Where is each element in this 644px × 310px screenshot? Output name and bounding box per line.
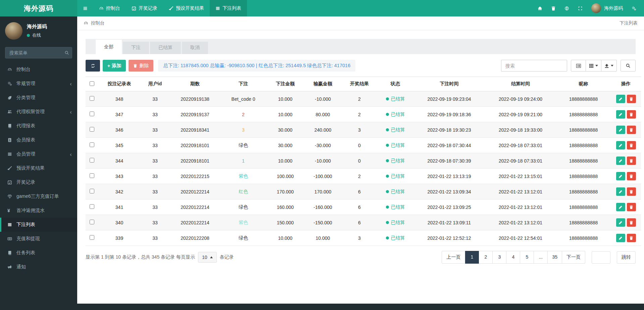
row-checkbox[interactable]: [90, 173, 94, 178]
page-button-2[interactable]: 2: [479, 251, 493, 264]
cell-status: 已结算: [377, 230, 413, 246]
cell-bet: 绿色: [220, 138, 266, 153]
delete-row-button[interactable]: [627, 141, 636, 149]
qq-button[interactable]: [560, 0, 574, 16]
row-checkbox[interactable]: [90, 158, 94, 163]
page-button-5[interactable]: 5: [520, 251, 534, 264]
row-checkbox[interactable]: [90, 220, 94, 224]
select-all-checkbox[interactable]: [90, 81, 94, 86]
edit-button[interactable]: [616, 126, 625, 134]
sidebar-item-1[interactable]: 常规管理‹: [0, 77, 77, 91]
nav-item-1[interactable]: 开奖记录: [126, 0, 163, 16]
toggle-view-button[interactable]: [571, 60, 586, 72]
delete-row-button[interactable]: [627, 203, 636, 211]
page-button-1[interactable]: 1: [465, 251, 479, 264]
cell-winlose: 170.000: [304, 184, 342, 200]
refresh-icon: [91, 63, 95, 68]
status-badge: 已结算: [391, 96, 405, 101]
page-button-3[interactable]: 3: [493, 251, 506, 264]
tab-2[interactable]: 已结算: [150, 42, 181, 54]
edit-button[interactable]: [616, 203, 625, 211]
row-checkbox[interactable]: [90, 96, 94, 101]
search-button[interactable]: [621, 60, 636, 72]
edit-button[interactable]: [616, 172, 625, 180]
sidebar-item-2[interactable]: 分类管理: [0, 91, 77, 105]
sidebar-item-8[interactable]: 开奖记录: [0, 175, 77, 189]
tab-0[interactable]: 全部: [96, 40, 122, 54]
sidebar-item-9[interactable]: game6三方充值订单: [0, 189, 77, 204]
sidebar-item-0[interactable]: 控制台: [0, 62, 77, 77]
edit-button[interactable]: [616, 110, 625, 119]
sidebar-item-14[interactable]: 通知: [0, 260, 77, 274]
tab-1[interactable]: 下注: [123, 42, 149, 54]
status-badge: 已结算: [391, 189, 405, 194]
edit-button[interactable]: [616, 157, 625, 165]
jump-button[interactable]: 跳转: [617, 251, 636, 264]
delete-row-button[interactable]: [627, 126, 636, 134]
sidebar-item-5[interactable]: 会员报表: [0, 133, 77, 147]
sidebar-item-4[interactable]: 代理报表: [0, 119, 77, 133]
fullscreen-button[interactable]: [574, 0, 587, 16]
cell-bet-time: 2022-01-22 12:52:12: [413, 230, 485, 246]
sidebar-item-6[interactable]: 会员管理‹: [0, 147, 77, 161]
edit-button[interactable]: [616, 141, 625, 149]
edit-button[interactable]: [616, 95, 625, 103]
delete-row-button[interactable]: [627, 218, 636, 227]
delete-button[interactable]: 删除: [129, 60, 153, 72]
sidebar-toggle-button[interactable]: [77, 0, 93, 16]
delete-row-button[interactable]: [627, 172, 636, 180]
nav-item-0[interactable]: 控制台: [93, 0, 126, 16]
page-button-6[interactable]: ...: [534, 251, 548, 264]
edit-button[interactable]: [616, 218, 625, 227]
trash-button[interactable]: [547, 0, 560, 16]
column-header-5: 输赢金额: [304, 77, 342, 91]
user-menu[interactable]: 海外源码: [587, 3, 627, 13]
tab-3[interactable]: 取消: [182, 42, 208, 54]
row-checkbox[interactable]: [90, 189, 94, 193]
sidebar-item-13[interactable]: 任务列表: [0, 246, 77, 260]
sidebar-item-10[interactable]: ¥首冲返佣流水: [0, 204, 77, 218]
table-search-input[interactable]: [501, 60, 567, 72]
nav-item-3[interactable]: 下注列表: [210, 0, 247, 16]
row-checkbox[interactable]: [90, 112, 94, 116]
nav-item-2[interactable]: 预设开奖结果: [163, 0, 210, 16]
column-header-8: 下注时间: [413, 77, 485, 91]
add-button[interactable]: +添加: [103, 60, 126, 72]
cell-period: 20220919138: [170, 91, 220, 107]
brand-logo[interactable]: 海外源码: [0, 0, 77, 16]
delete-row-button[interactable]: [627, 187, 636, 196]
cell-bet-amount: 170.000: [266, 184, 304, 200]
page-button-8[interactable]: 下一页: [562, 251, 585, 264]
table-view-buttons: [571, 60, 617, 72]
sidebar-item-7[interactable]: 预设开奖结果: [0, 161, 77, 175]
sidebar-item-11[interactable]: 下注列表: [0, 218, 77, 232]
edit-button[interactable]: [616, 234, 625, 242]
cell-user-id: 33: [140, 184, 170, 200]
page-button-4[interactable]: 4: [506, 251, 520, 264]
delete-row-button[interactable]: [627, 110, 636, 119]
export-button[interactable]: [601, 60, 617, 72]
edit-button[interactable]: [616, 187, 625, 196]
bullhorn-icon: [7, 265, 16, 269]
settings-button[interactable]: [627, 0, 641, 16]
sidebar-item-12[interactable]: 充值和提现: [0, 232, 77, 246]
page-button-7[interactable]: 35: [548, 251, 562, 264]
per-page-select[interactable]: 10: [198, 252, 217, 263]
page-button-0[interactable]: 上一页: [442, 251, 465, 264]
breadcrumb-title[interactable]: 控制台: [91, 20, 105, 26]
home-button[interactable]: [533, 0, 547, 16]
row-checkbox[interactable]: [90, 204, 94, 209]
delete-row-button[interactable]: [627, 234, 636, 242]
sidebar-item-3[interactable]: 代理权限管理‹: [0, 105, 77, 119]
trash-icon: [629, 236, 633, 240]
cell-record-id: 341: [98, 200, 140, 215]
row-checkbox[interactable]: [90, 142, 94, 147]
row-checkbox[interactable]: [90, 235, 94, 240]
sidebar-search-input[interactable]: [5, 47, 72, 58]
row-checkbox[interactable]: [90, 127, 94, 132]
jump-page-input[interactable]: [592, 251, 610, 264]
refresh-button[interactable]: [86, 60, 100, 72]
delete-row-button[interactable]: [627, 95, 636, 103]
delete-row-button[interactable]: [627, 157, 636, 165]
columns-button[interactable]: [586, 60, 601, 72]
